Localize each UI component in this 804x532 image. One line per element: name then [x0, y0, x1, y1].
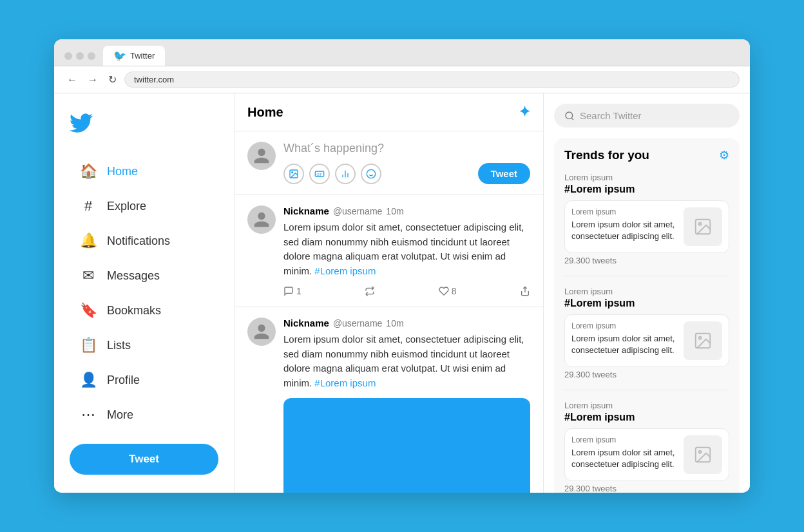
tweet-nickname-2: Nickname	[283, 318, 329, 328]
browser-tab[interactable]: 🐦 Twitter	[103, 46, 165, 66]
tweet-username-2: @username	[333, 318, 382, 328]
tweet-submit-button[interactable]: Tweet	[478, 163, 530, 184]
lists-icon: 📋	[80, 337, 97, 354]
sidebar-label-bookmarks: Bookmaks	[107, 304, 161, 318]
forward-button[interactable]: →	[85, 73, 100, 87]
table-row: Nickname @username 10m Lorem ipsum dolor…	[235, 195, 543, 307]
back-button[interactable]: ←	[64, 73, 80, 87]
like-action-1[interactable]: 8	[439, 286, 457, 296]
chart-icon[interactable]	[335, 164, 356, 184]
tweet-time-2: 10m	[386, 318, 403, 328]
twitter-logo	[70, 106, 218, 145]
trend-tweets-1: 29.300 tweets	[564, 256, 729, 265]
compose-toolbar: GIF	[283, 163, 530, 184]
list-item: Lorem ipsum #Lorem ipsum Lorem ipsum Lor…	[564, 173, 729, 276]
search-placeholder[interactable]: Search Twitter	[580, 110, 642, 121]
trend-category-1: Lorem ipsum	[564, 173, 729, 182]
svg-point-13	[699, 337, 702, 339]
trend-card-text-1: Lorem ipsum Lorem ipsum dolor sit amet, …	[571, 207, 677, 246]
browser-window: 🐦 Twitter ← → ↻ twitter.com 🏠 Home # Exp…	[54, 39, 750, 493]
gif-icon[interactable]: GIF	[309, 164, 330, 184]
trend-card-label-2: Lorem ipsum	[571, 321, 677, 330]
browser-dots	[64, 52, 95, 60]
sidebar-label-home: Home	[107, 165, 138, 178]
sidebar-item-profile[interactable]: 👤 Profile	[70, 364, 218, 396]
svg-point-11	[699, 223, 702, 225]
tweet-body-2: Nickname @username 10m Lorem ipsum dolor…	[283, 318, 530, 493]
browser-toolbar: ← → ↻ twitter.com	[54, 66, 750, 93]
search-icon	[564, 111, 575, 121]
trend-card-2: Lorem ipsum Lorem ipsum dolor sit amet, …	[564, 314, 729, 367]
trend-card-1: Lorem ipsum Lorem ipsum dolor sit amet, …	[564, 200, 729, 253]
sidebar-item-messages[interactable]: ✉ Messages	[70, 260, 218, 292]
trend-card-img-2	[684, 321, 722, 360]
list-item: Lorem ipsum #Lorem ipsum Lorem ipsum Lor…	[564, 401, 729, 493]
dot-yellow	[76, 52, 84, 60]
tweet-link-1[interactable]: #Lorem ipsum	[314, 265, 376, 276]
profile-icon: 👤	[80, 372, 97, 388]
compose-placeholder[interactable]: What´s happening?	[283, 142, 530, 155]
messages-icon: ✉	[80, 267, 97, 284]
dot-green	[88, 52, 95, 60]
trend-name-1: #Lorem ipsum	[564, 184, 729, 195]
trend-card-text-2: Lorem ipsum Lorem ipsum dolor sit amet, …	[571, 321, 677, 360]
trend-card-label-1: Lorem ipsum	[571, 207, 677, 216]
trend-card-desc-3: Lorem ipsum dolor sit amet, consectetuer…	[571, 447, 677, 470]
dot-red	[64, 52, 72, 60]
tweet-compose: What´s happening? GIF	[235, 131, 543, 195]
refresh-button[interactable]: ↻	[106, 72, 119, 87]
tweet-media-2	[283, 398, 530, 493]
trend-card-img-3	[684, 435, 722, 474]
more-icon: ⋯	[80, 406, 97, 423]
explore-icon: #	[80, 198, 97, 214]
table-row: Nickname @username 10m Lorem ipsum dolor…	[235, 307, 543, 493]
address-bar[interactable]: twitter.com	[124, 71, 740, 88]
trends-title: Trends for you	[564, 148, 649, 162]
sidebar-item-explore[interactable]: # Explore	[70, 190, 218, 222]
svg-point-15	[699, 451, 702, 453]
emoji-icon[interactable]	[361, 164, 381, 184]
sidebar-item-bookmarks[interactable]: 🔖 Bookmaks	[70, 294, 218, 327]
feed-header: Home ✦	[235, 93, 543, 131]
browser-content: 🏠 Home # Explore 🔔 Notifications ✉ Messa…	[54, 93, 750, 493]
sidebar-label-messages: Messages	[107, 269, 160, 283]
trends-header: Trends for you ⚙	[564, 148, 729, 162]
comment-action-1[interactable]: 1	[283, 286, 302, 296]
sidebar-label-notifications: Notifications	[107, 234, 170, 248]
browser-titlebar: 🐦 Twitter	[54, 39, 750, 66]
sparkle-icon: ✦	[519, 104, 530, 120]
trend-tweets-3: 29.300 tweets	[564, 484, 729, 493]
tweet-body-1: Nickname @username 10m Lorem ipsum dolor…	[283, 205, 530, 296]
tweet-nickname-1: Nickname	[283, 205, 329, 216]
svg-point-1	[292, 171, 293, 173]
sidebar-label-profile: Profile	[107, 374, 140, 387]
sidebar-item-more[interactable]: ⋯ More	[70, 399, 218, 431]
tweet-actions-1: 1 8	[283, 286, 530, 296]
retweet-action-1[interactable]	[365, 286, 375, 296]
svg-text:GIF: GIF	[316, 172, 323, 176]
compose-icons: GIF	[283, 164, 381, 184]
trend-card-text-3: Lorem ipsum Lorem ipsum dolor sit amet, …	[571, 435, 677, 474]
right-sidebar: Search Twitter Trends for you ⚙ Lorem ip…	[544, 93, 750, 493]
feed-title: Home	[247, 105, 283, 120]
sidebar-item-notifications[interactable]: 🔔 Notifications	[70, 225, 218, 257]
sidebar-item-lists[interactable]: 📋 Lists	[70, 329, 218, 361]
svg-point-9	[566, 112, 573, 119]
list-item: Lorem ipsum #Lorem ipsum Lorem ipsum Lor…	[564, 287, 729, 390]
share-action-1[interactable]	[520, 286, 530, 296]
image-icon[interactable]	[283, 164, 304, 184]
trend-card-label-3: Lorem ipsum	[571, 435, 677, 444]
sidebar: 🏠 Home # Explore 🔔 Notifications ✉ Messa…	[54, 93, 235, 493]
trend-card-desc-1: Lorem ipsum dolor sit amet, consectetuer…	[571, 219, 677, 242]
gear-icon[interactable]: ⚙	[719, 148, 729, 162]
sidebar-item-home[interactable]: 🏠 Home	[70, 155, 218, 187]
trend-card-3: Lorem ipsum Lorem ipsum dolor sit amet, …	[564, 428, 729, 481]
tab-title: Twitter	[130, 51, 155, 61]
tweet-button[interactable]: Tweet	[70, 444, 218, 475]
tweet-username-1: @username	[333, 206, 382, 216]
tweet-link-2[interactable]: #Lorem ipsum	[314, 377, 376, 388]
trend-name-3: #Lorem ipsum	[564, 412, 729, 423]
svg-point-4	[367, 169, 375, 178]
search-bar[interactable]: Search Twitter	[554, 104, 740, 128]
tweet-time-1: 10m	[386, 206, 403, 216]
